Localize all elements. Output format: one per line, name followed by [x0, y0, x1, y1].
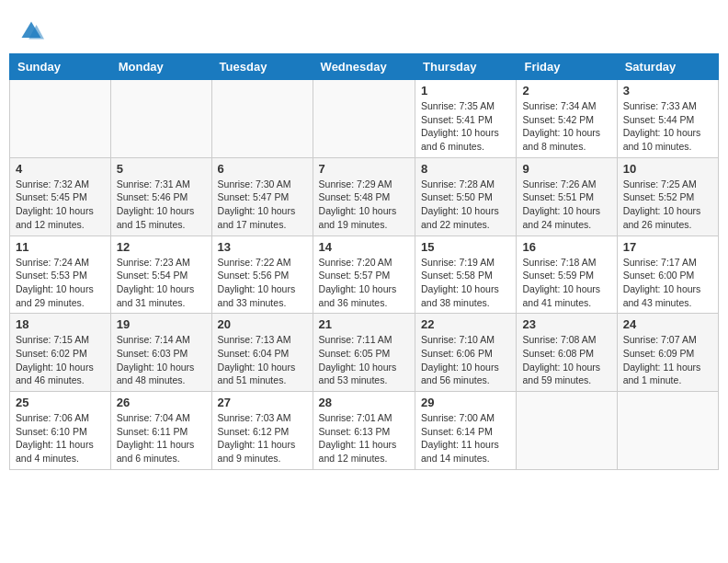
- day-number: 19: [117, 317, 206, 331]
- day-number: 28: [319, 396, 409, 409]
- column-header-sunday: Sunday: [10, 54, 111, 80]
- calendar-cell: 23Sunrise: 7:08 AM Sunset: 6:08 PM Dayli…: [517, 314, 617, 392]
- calendar-cell: [10, 80, 111, 158]
- calendar-cell: [211, 80, 313, 158]
- column-header-wednesday: Wednesday: [313, 54, 415, 80]
- day-number: 8: [421, 162, 510, 176]
- logo: [18, 18, 48, 44]
- day-number: 11: [16, 240, 105, 254]
- day-info: Sunrise: 7:18 AM Sunset: 5:59 PM Dayligh…: [522, 256, 610, 310]
- calendar-cell: 13Sunrise: 7:22 AM Sunset: 5:56 PM Dayli…: [211, 236, 313, 314]
- day-info: Sunrise: 7:00 AM Sunset: 6:14 PM Dayligh…: [421, 411, 510, 465]
- day-info: Sunrise: 7:01 AM Sunset: 6:13 PM Dayligh…: [319, 411, 409, 465]
- calendar-cell: 4Sunrise: 7:32 AM Sunset: 5:45 PM Daylig…: [10, 157, 111, 236]
- day-info: Sunrise: 7:07 AM Sunset: 6:09 PM Dayligh…: [623, 333, 712, 387]
- calendar-week-3: 11Sunrise: 7:24 AM Sunset: 5:53 PM Dayli…: [10, 236, 719, 314]
- calendar-cell: 24Sunrise: 7:07 AM Sunset: 6:09 PM Dayli…: [617, 314, 718, 392]
- column-header-saturday: Saturday: [617, 54, 718, 80]
- calendar-cell: [313, 80, 415, 158]
- day-number: 10: [623, 162, 712, 176]
- day-number: 27: [218, 396, 307, 409]
- day-number: 4: [16, 162, 105, 176]
- calendar-cell: 19Sunrise: 7:14 AM Sunset: 6:03 PM Dayli…: [110, 314, 211, 392]
- day-number: 14: [319, 240, 409, 254]
- calendar-cell: [517, 392, 617, 470]
- calendar-cell: 3Sunrise: 7:33 AM Sunset: 5:44 PM Daylig…: [617, 80, 718, 158]
- calendar-cell: 15Sunrise: 7:19 AM Sunset: 5:58 PM Dayli…: [415, 236, 517, 314]
- day-info: Sunrise: 7:28 AM Sunset: 5:50 PM Dayligh…: [421, 178, 510, 232]
- calendar-cell: 16Sunrise: 7:18 AM Sunset: 5:59 PM Dayli…: [517, 236, 617, 314]
- calendar-week-2: 4Sunrise: 7:32 AM Sunset: 5:45 PM Daylig…: [10, 157, 719, 236]
- day-number: 23: [522, 317, 610, 331]
- column-header-monday: Monday: [110, 54, 211, 80]
- calendar-cell: 8Sunrise: 7:28 AM Sunset: 5:50 PM Daylig…: [415, 157, 517, 236]
- calendar-cell: 7Sunrise: 7:29 AM Sunset: 5:48 PM Daylig…: [313, 157, 415, 236]
- day-number: 24: [623, 317, 712, 331]
- calendar-cell: 12Sunrise: 7:23 AM Sunset: 5:54 PM Dayli…: [110, 236, 211, 314]
- column-header-tuesday: Tuesday: [211, 54, 313, 80]
- day-number: 22: [421, 317, 510, 331]
- day-info: Sunrise: 7:31 AM Sunset: 5:46 PM Dayligh…: [117, 178, 206, 232]
- day-info: Sunrise: 7:15 AM Sunset: 6:02 PM Dayligh…: [16, 333, 105, 387]
- day-info: Sunrise: 7:32 AM Sunset: 5:45 PM Dayligh…: [16, 178, 105, 232]
- day-number: 25: [16, 396, 105, 409]
- day-info: Sunrise: 7:23 AM Sunset: 5:54 PM Dayligh…: [117, 256, 206, 310]
- day-info: Sunrise: 7:13 AM Sunset: 6:04 PM Dayligh…: [218, 333, 307, 387]
- calendar-cell: 10Sunrise: 7:25 AM Sunset: 5:52 PM Dayli…: [617, 157, 718, 236]
- calendar-cell: 28Sunrise: 7:01 AM Sunset: 6:13 PM Dayli…: [313, 392, 415, 470]
- calendar-week-1: 1Sunrise: 7:35 AM Sunset: 5:41 PM Daylig…: [10, 80, 719, 158]
- calendar-header-row: SundayMondayTuesdayWednesdayThursdayFrid…: [10, 54, 719, 80]
- day-number: 9: [522, 162, 610, 176]
- day-number: 21: [319, 317, 409, 331]
- day-info: Sunrise: 7:24 AM Sunset: 5:53 PM Dayligh…: [16, 256, 105, 310]
- calendar-cell: 20Sunrise: 7:13 AM Sunset: 6:04 PM Dayli…: [211, 314, 313, 392]
- day-info: Sunrise: 7:08 AM Sunset: 6:08 PM Dayligh…: [522, 333, 610, 387]
- column-header-thursday: Thursday: [415, 54, 517, 80]
- calendar-cell: 9Sunrise: 7:26 AM Sunset: 5:51 PM Daylig…: [517, 157, 617, 236]
- day-number: 13: [218, 240, 307, 254]
- day-info: Sunrise: 7:26 AM Sunset: 5:51 PM Dayligh…: [522, 178, 610, 232]
- day-number: 20: [218, 317, 307, 331]
- day-number: 16: [522, 240, 610, 254]
- calendar-cell: 1Sunrise: 7:35 AM Sunset: 5:41 PM Daylig…: [415, 80, 517, 158]
- day-info: Sunrise: 7:06 AM Sunset: 6:10 PM Dayligh…: [16, 411, 105, 465]
- day-info: Sunrise: 7:30 AM Sunset: 5:47 PM Dayligh…: [218, 178, 307, 232]
- calendar-cell: 14Sunrise: 7:20 AM Sunset: 5:57 PM Dayli…: [313, 236, 415, 314]
- day-info: Sunrise: 7:14 AM Sunset: 6:03 PM Dayligh…: [117, 333, 206, 387]
- calendar-cell: 5Sunrise: 7:31 AM Sunset: 5:46 PM Daylig…: [110, 157, 211, 236]
- day-info: Sunrise: 7:03 AM Sunset: 6:12 PM Dayligh…: [218, 411, 307, 465]
- calendar-cell: 26Sunrise: 7:04 AM Sunset: 6:11 PM Dayli…: [110, 392, 211, 470]
- day-number: 2: [522, 84, 610, 98]
- day-info: Sunrise: 7:22 AM Sunset: 5:56 PM Dayligh…: [218, 256, 307, 310]
- day-number: 5: [117, 162, 206, 176]
- logo-icon: [18, 18, 44, 44]
- day-info: Sunrise: 7:33 AM Sunset: 5:44 PM Dayligh…: [623, 99, 712, 154]
- day-info: Sunrise: 7:04 AM Sunset: 6:11 PM Dayligh…: [117, 411, 206, 465]
- day-number: 17: [623, 240, 712, 254]
- day-info: Sunrise: 7:20 AM Sunset: 5:57 PM Dayligh…: [319, 256, 409, 310]
- day-info: Sunrise: 7:35 AM Sunset: 5:41 PM Dayligh…: [421, 99, 510, 154]
- calendar-cell: [617, 392, 718, 470]
- calendar-cell: 27Sunrise: 7:03 AM Sunset: 6:12 PM Dayli…: [211, 392, 313, 470]
- calendar-cell: 22Sunrise: 7:10 AM Sunset: 6:06 PM Dayli…: [415, 314, 517, 392]
- calendar-table: SundayMondayTuesdayWednesdayThursdayFrid…: [9, 53, 719, 470]
- day-number: 1: [421, 84, 510, 98]
- day-info: Sunrise: 7:29 AM Sunset: 5:48 PM Dayligh…: [319, 178, 409, 232]
- calendar-week-5: 25Sunrise: 7:06 AM Sunset: 6:10 PM Dayli…: [10, 392, 719, 470]
- day-info: Sunrise: 7:10 AM Sunset: 6:06 PM Dayligh…: [421, 333, 510, 387]
- day-number: 26: [117, 396, 206, 409]
- day-number: 3: [623, 84, 712, 98]
- day-info: Sunrise: 7:34 AM Sunset: 5:42 PM Dayligh…: [522, 99, 610, 154]
- calendar-cell: 11Sunrise: 7:24 AM Sunset: 5:53 PM Dayli…: [10, 236, 111, 314]
- day-number: 6: [218, 162, 307, 176]
- day-number: 12: [117, 240, 206, 254]
- page-header: [9, 9, 719, 49]
- day-number: 29: [421, 396, 510, 409]
- calendar-cell: 21Sunrise: 7:11 AM Sunset: 6:05 PM Dayli…: [313, 314, 415, 392]
- calendar-cell: [110, 80, 211, 158]
- day-info: Sunrise: 7:19 AM Sunset: 5:58 PM Dayligh…: [421, 256, 510, 310]
- day-number: 15: [421, 240, 510, 254]
- day-info: Sunrise: 7:17 AM Sunset: 6:00 PM Dayligh…: [623, 256, 712, 310]
- calendar-cell: 17Sunrise: 7:17 AM Sunset: 6:00 PM Dayli…: [617, 236, 718, 314]
- day-number: 18: [16, 317, 105, 331]
